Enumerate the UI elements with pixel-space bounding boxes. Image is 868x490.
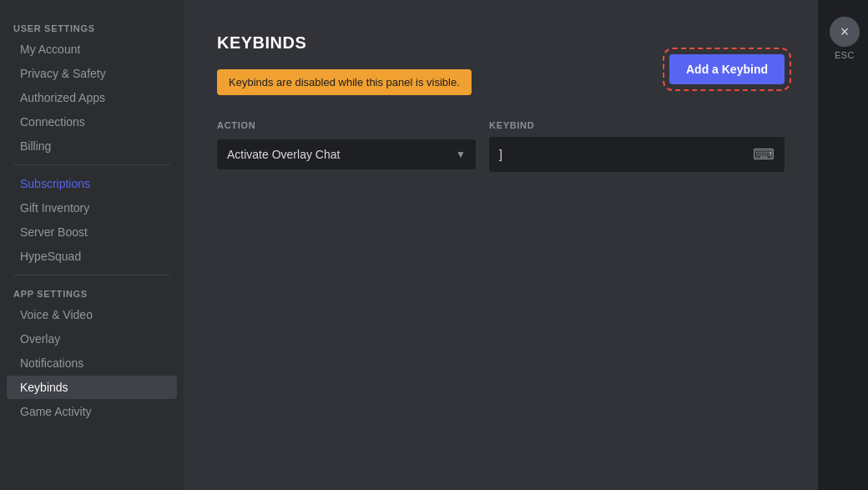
sidebar-item-authorized-apps[interactable]: Authorized Apps (7, 86, 177, 109)
keybind-input-wrapper[interactable]: ] ⌨ (489, 137, 785, 172)
sidebar-divider (13, 164, 170, 165)
sidebar-item-keybinds[interactable]: Keybinds (7, 376, 177, 399)
sidebar-item-notifications[interactable]: Notifications (7, 351, 177, 375)
sidebar-item-subscriptions[interactable]: Subscriptions (7, 172, 177, 195)
sidebar-item-server-boost[interactable]: Server Boost (7, 220, 177, 244)
sidebar-item-label: Server Boost (20, 225, 88, 239)
sidebar-divider-2 (13, 275, 170, 275)
sidebar-item-label: Subscriptions (20, 177, 90, 190)
keybind-value: ] (499, 148, 502, 161)
sidebar-item-gift-inventory[interactable]: Gift Inventory (7, 196, 177, 220)
sidebar-item-label: Billing (20, 139, 51, 153)
sidebar-item-billing[interactable]: Billing (7, 134, 177, 158)
sidebar: User Settings My Account Privacy & Safet… (0, 0, 184, 490)
sidebar-item-label: Connections (20, 115, 85, 129)
keyboard-icon[interactable]: ⌨ (753, 145, 775, 164)
sidebar-item-game-activity[interactable]: Game Activity (7, 400, 177, 423)
sidebar-item-my-account[interactable]: My Account (7, 38, 177, 61)
app-settings-label: App Settings (0, 282, 184, 302)
action-dropdown-value: Activate Overlay Chat (227, 148, 340, 161)
sidebar-item-hypesquad[interactable]: HypeSquad (7, 245, 177, 268)
sidebar-item-label: Privacy & Safety (20, 67, 106, 80)
close-button[interactable]: × (830, 17, 860, 47)
sidebar-item-label: Authorized Apps (20, 91, 105, 104)
add-keybind-wrapper: Add a Keybind (669, 54, 785, 84)
keybind-headers: Action Keybind (217, 120, 785, 130)
keybind-column-header: Keybind (489, 120, 785, 130)
action-dropdown[interactable]: Activate Overlay Chat ▼ (217, 139, 476, 169)
close-area: × ESC (818, 0, 868, 490)
sidebar-item-label: Gift Inventory (20, 201, 89, 215)
sidebar-item-label: HypeSquad (20, 250, 81, 263)
esc-label: ESC (835, 50, 855, 60)
keybind-row: Activate Overlay Chat ▼ ] ⌨ (217, 137, 785, 172)
add-keybind-button[interactable]: Add a Keybind (669, 54, 785, 84)
user-settings-label: User Settings (0, 17, 184, 37)
sidebar-item-voice-video[interactable]: Voice & Video (7, 303, 177, 326)
sidebar-item-label: Overlay (20, 332, 60, 346)
warning-banner: Keybinds are disabled while this panel i… (217, 69, 472, 95)
page-title: Keybinds (217, 33, 785, 53)
sidebar-item-privacy-safety[interactable]: Privacy & Safety (7, 62, 177, 85)
sidebar-item-overlay[interactable]: Overlay (7, 327, 177, 351)
sidebar-item-label: My Account (20, 43, 80, 56)
main-content: Keybinds Keybinds are disabled while thi… (184, 0, 818, 490)
action-column-header: Action (217, 120, 476, 130)
sidebar-item-label: Voice & Video (20, 308, 93, 321)
sidebar-item-label: Notifications (20, 356, 83, 370)
sidebar-item-connections[interactable]: Connections (7, 110, 177, 134)
sidebar-item-label: Keybinds (20, 381, 68, 394)
chevron-down-icon: ▼ (456, 149, 466, 160)
sidebar-item-label: Game Activity (20, 405, 92, 418)
